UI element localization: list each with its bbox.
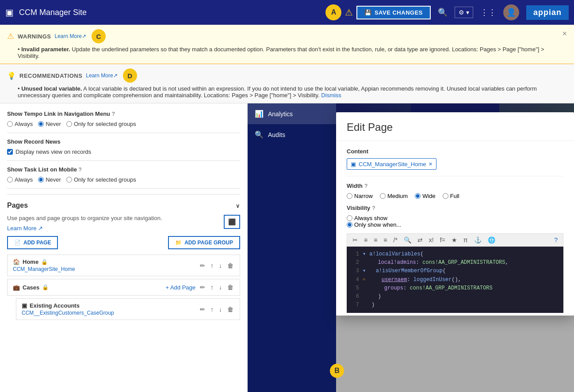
code-swap-btn[interactable]: ⇄ <box>416 236 425 244</box>
rec-learn-more-link[interactable]: Learn More↗ <box>86 72 117 79</box>
divider-2 <box>7 160 240 161</box>
modal-overlay: B Edit Page Content ▣ CCM_ManagerSite_Ho… <box>336 103 574 392</box>
code-line-4: 4 ⚠ usernaem: loggedInUser(), <box>350 276 560 284</box>
badge-b: B <box>330 364 344 378</box>
width-full-radio[interactable] <box>443 193 448 199</box>
pages-header[interactable]: Pages ∨ <box>7 200 240 211</box>
width-help-icon[interactable]: ? <box>364 183 367 189</box>
add-page-button[interactable]: 📄 ADD PAGE <box>7 236 58 249</box>
page-row-existing-accounts: ▣ Existing Accounts CCM__ExistingCustome… <box>16 298 240 320</box>
task-never-radio[interactable] <box>38 177 44 183</box>
vis-always-option[interactable]: Always show <box>347 215 556 221</box>
code-fn-btn[interactable]: f= <box>438 236 447 244</box>
cases-down-button[interactable]: ↓ <box>218 283 223 292</box>
code-align-left-btn[interactable]: ≡ <box>362 236 369 244</box>
search-icon[interactable]: 🔍 <box>434 6 451 19</box>
existing-up-button[interactable]: ↑ <box>210 305 214 314</box>
warning-close-button[interactable]: × <box>562 29 567 38</box>
bulb-icon: 💡 <box>7 72 16 80</box>
tempo-never-radio[interactable] <box>38 121 44 127</box>
site-diagram-button[interactable]: ⬛ <box>224 215 240 229</box>
cases-add-page-link[interactable]: + Add Page <box>165 284 195 291</box>
existing-delete-button[interactable]: 🗑 <box>226 305 234 314</box>
home-down-button[interactable]: ↓ <box>218 261 223 270</box>
save-button[interactable]: 💾 SAVE CHANGES <box>356 6 431 19</box>
task-never-option[interactable]: Never <box>38 176 61 183</box>
vis-always-radio[interactable] <box>347 215 352 221</box>
home-delete-button[interactable]: 🗑 <box>226 261 234 270</box>
code-comment-btn[interactable]: /* <box>392 236 399 244</box>
modal-title: Edit Page <box>347 121 563 133</box>
width-wide-option[interactable]: Wide <box>415 193 436 199</box>
task-selected-radio[interactable] <box>66 177 72 183</box>
nav-item-audits[interactable]: 🔍 Audits <box>248 124 336 145</box>
visibility-help-icon[interactable]: ? <box>372 205 375 211</box>
nav-audits-label: Audits <box>268 131 285 138</box>
left-panel: Show Tempo Link in Navigation Menu ? Alw… <box>0 103 248 392</box>
warning-dot-4: ⚠ <box>363 276 365 284</box>
tempo-selected-radio[interactable] <box>66 121 72 127</box>
task-help-icon[interactable]: ? <box>79 167 82 173</box>
cases-edit-button[interactable]: ✏ <box>199 283 206 292</box>
tempo-always-radio[interactable] <box>7 121 13 127</box>
user-avatar[interactable]: 👤 <box>503 4 519 20</box>
content-icon: ▣ <box>351 161 356 167</box>
settings-dropdown[interactable]: ⚙ ▾ <box>455 7 473 18</box>
width-wide-radio[interactable] <box>415 193 421 199</box>
task-selected-option[interactable]: Only for selected groups <box>66 176 136 183</box>
content-tag-remove-button[interactable]: × <box>429 160 432 167</box>
width-medium-radio[interactable] <box>380 193 386 199</box>
home-page-link[interactable]: CCM_ManagerSite_Home <box>13 266 75 272</box>
cases-lock-icon: 🔒 <box>42 284 49 290</box>
code-align-right-btn[interactable]: ≡ <box>382 236 389 244</box>
existing-edit-button[interactable]: ✏ <box>199 305 206 314</box>
task-always-radio[interactable] <box>7 177 13 183</box>
code-star-btn[interactable]: ★ <box>450 236 459 244</box>
tempo-never-option[interactable]: Never <box>38 121 61 127</box>
code-align-center-btn[interactable]: ≡ <box>372 236 379 244</box>
tempo-selected-option[interactable]: Only for selected groups <box>66 121 136 127</box>
pages-learn-more-link[interactable]: Learn More ↗ <box>7 225 43 232</box>
grid-icon[interactable]: ⋮⋮ <box>477 6 500 19</box>
task-always-option[interactable]: Always <box>7 176 33 183</box>
code-search-btn[interactable]: 🔍 <box>402 236 413 244</box>
code-editor[interactable]: 1 ▾ a!localVariables( 2 local!admins: co… <box>347 247 563 313</box>
code-pi-btn[interactable]: π <box>462 236 470 244</box>
dismiss-link[interactable]: Dismiss <box>321 92 341 99</box>
pages-section: Pages ∨ Use pages and page groups to org… <box>7 194 240 320</box>
content-tag-text: CCM_ManagerSite_Home <box>359 161 426 167</box>
width-medium-option[interactable]: Medium <box>380 193 408 199</box>
record-news-checkbox[interactable] <box>7 149 13 155</box>
content-field-label: Content <box>347 148 563 155</box>
rec-title: RECOMMENDATIONS <box>19 72 82 79</box>
cases-page-icon: 💼 <box>13 284 20 291</box>
home-up-button[interactable]: ↑ <box>210 261 214 270</box>
warning-learn-more-link[interactable]: Learn More↗ <box>55 33 86 39</box>
existing-accounts-link[interactable]: CCM__ExistingCustomers_CaseGroup <box>22 310 114 316</box>
code-globe-btn[interactable]: 🌐 <box>486 236 497 244</box>
cases-up-button[interactable]: ↑ <box>210 283 214 292</box>
tempo-help-icon[interactable]: ? <box>112 111 115 117</box>
vis-only-when-option[interactable]: Only show when... <box>347 221 563 228</box>
record-news-checkbox-label: Display news view on records <box>15 148 91 155</box>
add-page-group-button[interactable]: 📁 ADD PAGE GROUP <box>168 236 240 249</box>
tempo-always-option[interactable]: Always <box>7 121 33 127</box>
vis-only-radio[interactable] <box>347 222 352 228</box>
home-edit-button[interactable]: ✏ <box>199 261 206 270</box>
home-page-actions: ✏ ↑ ↓ 🗑 <box>199 261 234 270</box>
existing-down-button[interactable]: ↓ <box>218 305 223 314</box>
cases-delete-button[interactable]: 🗑 <box>226 283 234 292</box>
code-scissors-btn[interactable]: ✂ <box>351 236 360 244</box>
nav-item-analytics[interactable]: 📊 Analytics <box>248 103 336 124</box>
code-link-btn[interactable]: ⚓ <box>472 236 483 244</box>
code-help-btn[interactable]: ? <box>552 236 559 244</box>
preview-nav: 📊 Analytics 🔍 Audits <box>248 103 336 392</box>
code-exclaim-btn[interactable]: x! <box>427 236 436 244</box>
width-narrow-radio[interactable] <box>347 193 352 199</box>
width-full-option[interactable]: Full <box>443 193 459 199</box>
badge-d: D <box>123 69 137 83</box>
task-list-label: Show Task List on Mobile ? <box>7 166 240 173</box>
pages-collapse-icon[interactable]: ∨ <box>236 202 240 209</box>
width-narrow-option[interactable]: Narrow <box>347 193 373 199</box>
width-field-label: Width ? <box>347 183 563 189</box>
